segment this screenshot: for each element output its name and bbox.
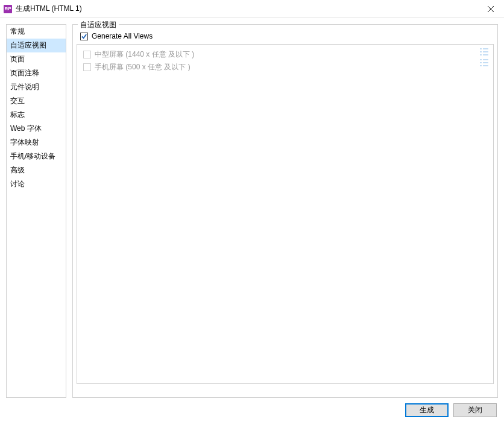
sidebar-item-discuss[interactable]: 讨论 bbox=[7, 177, 66, 191]
main-panel: 自适应视图 Generate All Views 中型屏幕 (1440 x 任意… bbox=[72, 24, 498, 398]
sidebar-item-logo[interactable]: 标志 bbox=[7, 108, 66, 122]
sidebar-item-advanced[interactable]: 高级 bbox=[7, 163, 66, 177]
generate-all-row: Generate All Views bbox=[80, 32, 494, 40]
close-button[interactable]: 关闭 bbox=[453, 403, 497, 417]
view-label: 手机屏幕 (500 x 任意 及以下 ) bbox=[95, 62, 191, 72]
sidebar-item-page-notes[interactable]: 页面注释 bbox=[7, 66, 66, 80]
view-checkbox[interactable] bbox=[83, 63, 91, 71]
sidebar-item-adaptive-views[interactable]: 自适应视图 bbox=[7, 39, 66, 52]
window-title: 生成HTML (HTML 1) bbox=[16, 4, 82, 14]
list-view-toggle-group bbox=[480, 48, 490, 66]
view-item-phone[interactable]: 手机屏幕 (500 x 任意 及以下 ) bbox=[81, 61, 490, 74]
generate-all-label: Generate All Views bbox=[92, 32, 153, 40]
dialog-footer: 生成 关闭 bbox=[0, 398, 504, 422]
dialog-body: 常规 自适应视图 页面 页面注释 元件说明 交互 标志 Web 字体 字体映射 … bbox=[0, 18, 504, 398]
close-icon bbox=[488, 6, 494, 12]
window-close-button[interactable] bbox=[477, 0, 504, 18]
sidebar-item-font-mapping[interactable]: 字体映射 bbox=[7, 136, 66, 149]
view-label: 中型屏幕 (1440 x 任意 及以下 ) bbox=[95, 49, 194, 60]
app-icon: RP bbox=[4, 5, 12, 13]
view-checkbox[interactable] bbox=[83, 51, 91, 58]
generate-all-checkbox[interactable] bbox=[80, 33, 88, 40]
sidebar-item-web-fonts[interactable]: Web 字体 bbox=[7, 122, 66, 136]
adaptive-views-fieldset: 自适应视图 Generate All Views 中型屏幕 (1440 x 任意… bbox=[72, 24, 498, 398]
sidebar-item-interactions[interactable]: 交互 bbox=[7, 94, 66, 108]
sidebar-item-general[interactable]: 常规 bbox=[7, 25, 66, 39]
sidebar: 常规 自适应视图 页面 页面注释 元件说明 交互 标志 Web 字体 字体映射 … bbox=[6, 24, 66, 398]
sidebar-item-widget-notes[interactable]: 元件说明 bbox=[7, 80, 66, 94]
sidebar-item-pages[interactable]: 页面 bbox=[7, 52, 66, 66]
titlebar: RP 生成HTML (HTML 1) bbox=[0, 0, 504, 18]
fieldset-legend: 自适应视图 bbox=[78, 20, 119, 30]
sidebar-item-mobile[interactable]: 手机/移动设备 bbox=[7, 149, 66, 163]
views-listbox: 中型屏幕 (1440 x 任意 及以下 ) 手机屏幕 (500 x 任意 及以下… bbox=[77, 44, 494, 384]
list-view-icon-1[interactable] bbox=[480, 48, 490, 55]
view-item-medium[interactable]: 中型屏幕 (1440 x 任意 及以下 ) bbox=[81, 48, 490, 61]
generate-button[interactable]: 生成 bbox=[405, 403, 449, 417]
checkmark-icon bbox=[81, 34, 87, 39]
list-view-icon-2[interactable] bbox=[480, 59, 490, 66]
